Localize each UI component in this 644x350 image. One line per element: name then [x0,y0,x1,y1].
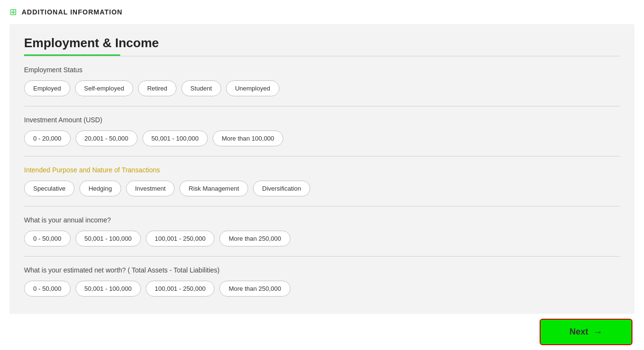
pill-investment-amount-more-than-100-000[interactable]: More than 100,000 [213,130,283,146]
pill-net-worth-100-001---250-000[interactable]: 100,001 - 250,000 [146,281,215,297]
bottom-bar: Next → [0,314,644,350]
pill-group-intended-purpose: SpeculativeHedgingInvestmentRisk Managem… [24,181,620,196]
section-label-investment-amount: Investment Amount (USD) [24,116,620,124]
page-title: ADDITIONAL INFORMATION [22,8,123,16]
pill-group-net-worth: 0 - 50,00050,001 - 100,000100,001 - 250,… [24,281,620,297]
section-intended-purpose: Intended Purpose and Nature of Transacti… [24,156,620,206]
section-annual-income: What is your annual income?0 - 50,00050,… [24,206,620,256]
pill-net-worth-50-001---100-000[interactable]: 50,001 - 100,000 [76,281,141,297]
pill-net-worth-0---50-000[interactable]: 0 - 50,000 [24,281,71,297]
pill-employment-status-retired[interactable]: Retired [138,80,177,96]
section-label-employment-status: Employment Status [24,66,620,74]
pill-intended-purpose-investment[interactable]: Investment [126,181,175,196]
pill-annual-income-100-001---250-000[interactable]: 100,001 - 250,000 [146,231,215,246]
pill-investment-amount-50-001---100-000[interactable]: 50,001 - 100,000 [142,130,208,146]
card-title: Employment & Income [24,36,620,51]
pill-intended-purpose-hedging[interactable]: Hedging [79,181,121,196]
section-label-intended-purpose: Intended Purpose and Nature of Transacti… [24,166,620,174]
main-card: Employment & Income Employment StatusEmp… [10,24,634,321]
page-header: ⊞ ADDITIONAL INFORMATION [0,0,644,24]
pill-employment-status-employed[interactable]: Employed [24,80,70,96]
header-icon: ⊞ [10,7,17,17]
pill-annual-income-50-001---100-000[interactable]: 50,001 - 100,000 [76,231,141,246]
section-net-worth: What is your estimated net worth? ( Tota… [24,256,620,306]
pill-group-employment-status: EmployedSelf-employedRetiredStudentUnemp… [24,80,620,96]
pill-investment-amount-20-001---50-000[interactable]: 20,001 - 50,000 [76,130,138,146]
pill-intended-purpose-risk-management[interactable]: Risk Management [179,181,248,196]
sections-container: Employment StatusEmployedSelf-employedRe… [24,56,620,306]
pill-group-annual-income: 0 - 50,00050,001 - 100,000100,001 - 250,… [24,231,620,246]
pill-employment-status-student[interactable]: Student [181,80,221,96]
section-investment-amount: Investment Amount (USD)0 - 20,00020,001 … [24,106,620,156]
pill-employment-status-unemployed[interactable]: Unemployed [226,80,279,96]
section-label-annual-income: What is your annual income? [24,216,620,224]
pill-group-investment-amount: 0 - 20,00020,001 - 50,00050,001 - 100,00… [24,130,620,146]
pill-annual-income-0---50-000[interactable]: 0 - 50,000 [24,231,71,246]
pill-intended-purpose-speculative[interactable]: Speculative [24,181,75,196]
section-label-net-worth: What is your estimated net worth? ( Tota… [24,266,620,274]
section-employment-status: Employment StatusEmployedSelf-employedRe… [24,56,620,106]
next-button-label: Next [569,327,588,337]
pill-net-worth-more-than-250-000[interactable]: More than 250,000 [219,281,290,297]
pill-annual-income-more-than-250-000[interactable]: More than 250,000 [219,231,290,246]
pill-employment-status-self-employed[interactable]: Self-employed [75,80,133,96]
next-button[interactable]: Next → [540,319,632,345]
pill-intended-purpose-diversification[interactable]: Diversification [253,181,310,196]
next-arrow-icon: → [593,326,603,337]
pill-investment-amount-0---20-000[interactable]: 0 - 20,000 [24,130,71,146]
